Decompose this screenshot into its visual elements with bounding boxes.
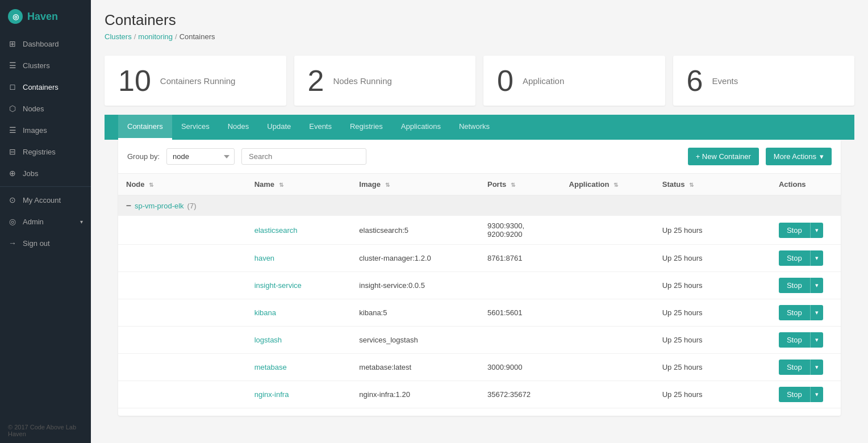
container-name-link[interactable]: kibana — [254, 308, 276, 317]
sidebar-item-label: My Account — [23, 196, 83, 204]
col-header-ports: Ports ⇅ — [479, 174, 561, 195]
cell-ports — [479, 327, 561, 354]
stop-dropdown-button[interactable]: ▾ — [810, 305, 823, 320]
new-container-button[interactable]: + New Container — [688, 148, 759, 165]
breadcrumb-clusters[interactable]: Clusters — [105, 32, 132, 41]
clusters-icon: ☰ — [8, 61, 17, 70]
sidebar-item-label: Jobs — [23, 169, 83, 178]
stop-btn-group: Stop ▾ — [779, 250, 833, 266]
stop-dropdown-button[interactable]: ▾ — [810, 387, 823, 402]
admin-icon: ◎ — [8, 217, 17, 226]
sidebar-item-containers[interactable]: □ Containers — [0, 76, 91, 98]
main-content: Containers Clusters / monitoring / Conta… — [91, 0, 868, 443]
sort-icon: ⇅ — [614, 182, 618, 188]
tab-applications[interactable]: Applications — [392, 115, 450, 140]
sidebar-item-registries[interactable]: ⊟ Registries — [0, 141, 91, 162]
stat-nodes-label: Nodes Running — [333, 76, 391, 86]
group-by-label: Group by: — [127, 152, 160, 161]
sidebar-item-jobs[interactable]: ⊕ Jobs — [0, 162, 91, 184]
tab-networks[interactable]: Networks — [450, 115, 499, 140]
cell-node — [118, 245, 247, 272]
sidebar-footer: © 2017 Code Above Lab Haven — [0, 418, 91, 443]
stop-button[interactable]: Stop — [779, 305, 810, 320]
cell-actions: Stop ▾ — [771, 272, 841, 299]
sidebar-item-my-account[interactable]: ⊙ My Account — [0, 189, 91, 211]
stop-dropdown-button[interactable]: ▾ — [810, 360, 823, 375]
stat-card-events: 6 Events — [673, 56, 855, 106]
cell-status: Up 25 hours — [654, 327, 771, 354]
containers-icon: □ — [8, 82, 17, 91]
stop-button[interactable]: Stop — [779, 332, 810, 348]
stop-dropdown-button[interactable]: ▾ — [810, 250, 823, 266]
cell-node — [118, 354, 247, 381]
more-actions-button[interactable]: More Actions ▾ — [766, 148, 832, 165]
stop-button[interactable]: Stop — [779, 278, 810, 293]
jobs-icon: ⊕ — [8, 169, 17, 178]
breadcrumb-monitoring[interactable]: monitoring — [138, 32, 173, 41]
breadcrumb-sep: / — [134, 32, 136, 41]
stop-dropdown-button[interactable]: ▾ — [810, 278, 823, 293]
stat-card-application: 0 Application — [483, 56, 665, 106]
tab-events[interactable]: Events — [300, 115, 341, 140]
cell-actions: Stop ▾ — [771, 354, 841, 381]
cell-ports: 8761:8761 — [479, 245, 561, 272]
sidebar-item-label: Registries — [23, 148, 83, 156]
sidebar-item-dashboard[interactable]: ⊞ Dashboard — [0, 33, 91, 55]
sidebar-item-nodes[interactable]: ⬡ Nodes — [0, 98, 91, 119]
nodes-icon: ⬡ — [8, 104, 17, 113]
col-header-image: Image ⇅ — [351, 174, 479, 195]
cell-node — [118, 327, 247, 354]
cell-name: insight-service — [247, 272, 352, 299]
sidebar-item-label: Images — [23, 126, 83, 135]
page-header: Containers Clusters / monitoring / Conta… — [91, 0, 868, 47]
col-header-actions: Actions — [771, 174, 841, 195]
sidebar-item-images[interactable]: ☰ Images — [0, 119, 91, 141]
my-account-icon: ⊙ — [8, 195, 17, 204]
cell-ports — [479, 272, 561, 299]
cell-node — [118, 381, 247, 408]
sidebar-item-clusters[interactable]: ☰ Clusters — [0, 55, 91, 76]
tab-update[interactable]: Update — [258, 115, 300, 140]
group-by-select[interactable]: node service application — [166, 148, 235, 165]
table-group-row: – sp-vm-prod-elk (7) — [118, 195, 841, 216]
stat-events-number: 6 — [687, 66, 703, 95]
container-name-link[interactable]: elasticsearch — [254, 226, 298, 235]
container-name-link[interactable]: insight-service — [254, 281, 302, 290]
group-count: (7) — [187, 202, 197, 210]
tab-registries[interactable]: Registries — [341, 115, 392, 140]
group-collapse-icon[interactable]: – — [126, 200, 131, 211]
container-name-link[interactable]: metabase — [254, 363, 287, 371]
stop-button[interactable]: Stop — [779, 250, 810, 266]
stop-button[interactable]: Stop — [779, 360, 810, 375]
container-name-link[interactable]: logstash — [254, 336, 282, 344]
container-name-link[interactable]: haven — [254, 254, 274, 262]
cell-actions: Stop ▾ — [771, 216, 841, 245]
cell-image: kibana:5 — [351, 299, 479, 327]
stop-button[interactable]: Stop — [779, 223, 810, 238]
app-logo-icon: ◎ — [8, 9, 23, 24]
cell-ports: 35672:35672 — [479, 381, 561, 408]
sidebar-item-sign-out[interactable]: → Sign out — [0, 232, 91, 254]
cell-actions: Stop ▾ — [771, 327, 841, 354]
stop-button[interactable]: Stop — [779, 387, 810, 402]
col-header-application: Application ⇅ — [561, 174, 654, 195]
search-input[interactable] — [241, 148, 366, 165]
sign-out-icon: → — [8, 239, 17, 248]
cell-name: metabase — [247, 354, 352, 381]
stop-dropdown-button[interactable]: ▾ — [810, 223, 823, 238]
cell-application — [561, 381, 654, 408]
sidebar-item-admin[interactable]: ◎ Admin ▾ — [0, 211, 91, 232]
cell-name: logstash — [247, 327, 352, 354]
sidebar-logo[interactable]: ◎ Haven — [0, 0, 91, 33]
cell-image: elasticsearch:5 — [351, 216, 479, 245]
tab-nodes[interactable]: Nodes — [219, 115, 258, 140]
stat-containers-label: Containers Running — [160, 76, 236, 86]
container-name-link[interactable]: nginx-infra — [254, 390, 289, 399]
sidebar: ◎ Haven ⊞ Dashboard ☰ Clusters □ Contain… — [0, 0, 91, 443]
stop-btn-group: Stop ▾ — [779, 332, 833, 348]
stop-dropdown-button[interactable]: ▾ — [810, 332, 823, 348]
group-name[interactable]: sp-vm-prod-elk — [135, 202, 184, 210]
cell-image: cluster-manager:1.2.0 — [351, 245, 479, 272]
tab-services[interactable]: Services — [172, 115, 219, 140]
tab-containers[interactable]: Containers — [118, 115, 172, 140]
